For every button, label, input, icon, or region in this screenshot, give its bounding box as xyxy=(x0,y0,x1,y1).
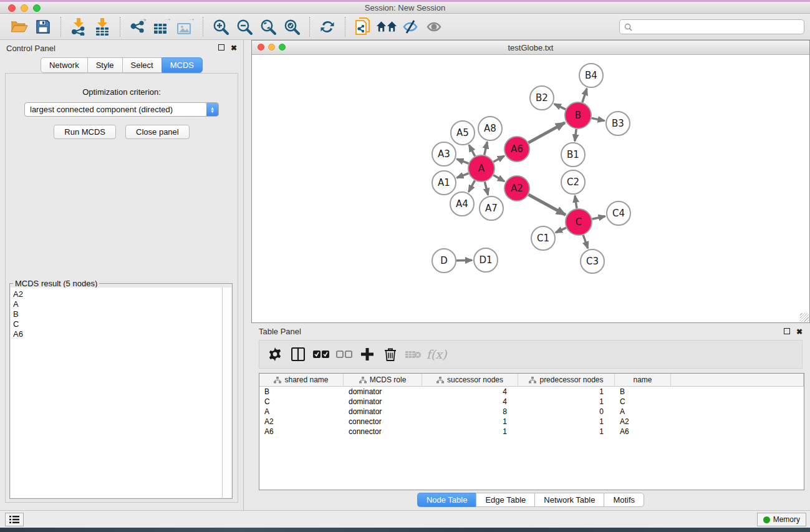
mcds-result-list[interactable]: A2ABCA6 xyxy=(11,288,223,498)
edge-A-A6[interactable] xyxy=(493,156,504,162)
maximize-window-button[interactable] xyxy=(33,4,41,12)
table-row[interactable]: Cdominator41C xyxy=(259,397,804,407)
cell-shared-name[interactable]: A6 xyxy=(259,427,344,437)
result-item[interactable]: A6 xyxy=(13,329,222,339)
table-row[interactable]: A2connector11A2 xyxy=(259,417,804,427)
node-A1[interactable]: A1 xyxy=(432,171,456,195)
float-panel-icon[interactable] xyxy=(218,44,224,52)
edge-B-B2[interactable] xyxy=(554,104,566,110)
new-network-icon[interactable] xyxy=(352,16,374,37)
function-icon[interactable]: f(x) xyxy=(427,345,446,364)
network-close-button[interactable] xyxy=(258,44,264,51)
criterion-dropdown[interactable]: largest connected component (directed) ▲… xyxy=(24,102,219,117)
tab-select[interactable]: Select xyxy=(122,57,162,73)
tab-style[interactable]: Style xyxy=(87,57,122,73)
cell-shared-name[interactable]: B xyxy=(259,387,344,397)
node-D[interactable]: D xyxy=(432,249,456,273)
cell-name[interactable]: B xyxy=(615,387,671,397)
node-A5[interactable]: A5 xyxy=(451,121,475,145)
cell-shared-name[interactable]: C xyxy=(259,397,344,407)
export-image-icon[interactable] xyxy=(175,16,196,37)
column-header-predecessor-nodes[interactable]: predecessor nodes xyxy=(518,374,615,386)
cell-shared-name[interactable]: A xyxy=(259,407,344,417)
open-folder-icon[interactable] xyxy=(9,16,30,37)
node-C3[interactable]: C3 xyxy=(581,249,604,273)
save-icon[interactable] xyxy=(32,16,54,37)
hide-details-icon[interactable] xyxy=(400,16,421,37)
edge-A2-C[interactable] xyxy=(528,195,565,215)
cell-name[interactable]: A xyxy=(615,407,671,417)
refresh-layout-icon[interactable] xyxy=(317,16,338,37)
node-C[interactable]: C xyxy=(566,209,592,235)
deselect-all-icon[interactable] xyxy=(335,345,354,364)
edge-B-B3[interactable] xyxy=(592,118,605,120)
column-header-successor-nodes[interactable]: successor nodes xyxy=(422,374,518,386)
node-C4[interactable]: C4 xyxy=(607,201,630,225)
table-row[interactable]: Bdominator41B xyxy=(259,387,804,397)
cell-MCDS-role[interactable]: dominator xyxy=(344,407,422,417)
cell-predecessor-nodes[interactable]: 1 xyxy=(518,387,615,397)
zoom-in-icon[interactable] xyxy=(210,16,231,37)
select-all-icon[interactable] xyxy=(312,345,330,364)
node-C2[interactable]: C2 xyxy=(561,170,585,194)
gear-icon[interactable] xyxy=(266,345,284,364)
close-table-panel-icon[interactable]: ✖ xyxy=(796,328,803,336)
cell-predecessor-nodes[interactable]: 1 xyxy=(518,397,615,407)
edge-A-A7[interactable] xyxy=(485,181,488,195)
table-row[interactable]: A6connector11A6 xyxy=(259,427,804,437)
result-item[interactable]: A xyxy=(13,299,222,309)
run-mcds-button[interactable]: Run MCDS xyxy=(54,125,116,139)
node-A4[interactable]: A4 xyxy=(450,192,474,216)
edge-A-A1[interactable] xyxy=(457,173,469,178)
node-B4[interactable]: B4 xyxy=(579,64,603,87)
home-icon[interactable] xyxy=(376,16,397,37)
cell-predecessor-nodes[interactable]: 0 xyxy=(518,407,615,417)
close-panel-icon[interactable]: ✖ xyxy=(231,44,237,52)
table-row[interactable]: Adominator80A xyxy=(259,407,804,417)
node-table[interactable]: shared nameMCDS rolesuccessor nodesprede… xyxy=(259,373,804,490)
search-input[interactable] xyxy=(619,19,804,34)
add-icon[interactable] xyxy=(358,345,377,364)
node-A8[interactable]: A8 xyxy=(478,117,502,140)
close-panel-button[interactable]: Close panel xyxy=(125,125,190,139)
float-table-panel-icon[interactable] xyxy=(784,328,790,336)
cell-shared-name[interactable]: A2 xyxy=(259,417,344,427)
edge-A6-B[interactable] xyxy=(528,123,565,143)
cell-successor-nodes[interactable]: 4 xyxy=(422,397,518,407)
column-header-shared-name[interactable]: shared name xyxy=(259,374,344,386)
tab-network[interactable]: Network xyxy=(41,57,87,73)
result-item[interactable]: B xyxy=(13,309,222,319)
edge-A-A2[interactable] xyxy=(493,175,504,181)
resize-grip[interactable] xyxy=(800,313,809,322)
tab-network-table[interactable]: Network Table xyxy=(534,493,604,507)
cell-name[interactable]: C xyxy=(615,397,671,407)
node-A6[interactable]: A6 xyxy=(504,137,529,162)
split-columns-icon[interactable] xyxy=(289,345,307,364)
cell-name[interactable]: A2 xyxy=(615,417,671,427)
result-scrollbar[interactable] xyxy=(223,288,231,498)
node-A2[interactable]: A2 xyxy=(504,176,529,201)
cell-successor-nodes[interactable]: 8 xyxy=(422,407,518,417)
export-network-icon[interactable] xyxy=(127,16,148,37)
tab-mcds[interactable]: MCDS xyxy=(162,57,203,73)
result-item[interactable]: A2 xyxy=(13,289,222,299)
cell-successor-nodes[interactable]: 1 xyxy=(422,427,518,437)
node-A[interactable]: A xyxy=(468,155,494,181)
column-header-MCDS-role[interactable]: MCDS role xyxy=(344,374,422,386)
tab-node-table[interactable]: Node Table xyxy=(417,493,476,507)
close-window-button[interactable] xyxy=(8,4,16,12)
edge-A-A5[interactable] xyxy=(469,145,475,156)
result-item[interactable]: C xyxy=(13,319,222,329)
import-table-icon[interactable] xyxy=(92,16,113,37)
node-C1[interactable]: C1 xyxy=(531,226,555,250)
node-A7[interactable]: A7 xyxy=(480,196,503,220)
cell-predecessor-nodes[interactable]: 1 xyxy=(518,427,615,437)
network-window-titlebar[interactable]: testGlobe.txt xyxy=(252,41,809,55)
cell-MCDS-role[interactable]: connector xyxy=(344,417,422,427)
network-canvas[interactable]: B4B2BB3A5A8A6A3B1AA1C2A2A4A7C4CC1C3DD1 xyxy=(252,55,809,322)
node-B3[interactable]: B3 xyxy=(606,112,630,135)
task-history-button[interactable] xyxy=(5,513,24,526)
edge-B-B4[interactable] xyxy=(582,89,587,102)
edge-C-C2[interactable] xyxy=(575,196,577,208)
node-B[interactable]: B xyxy=(565,102,591,128)
